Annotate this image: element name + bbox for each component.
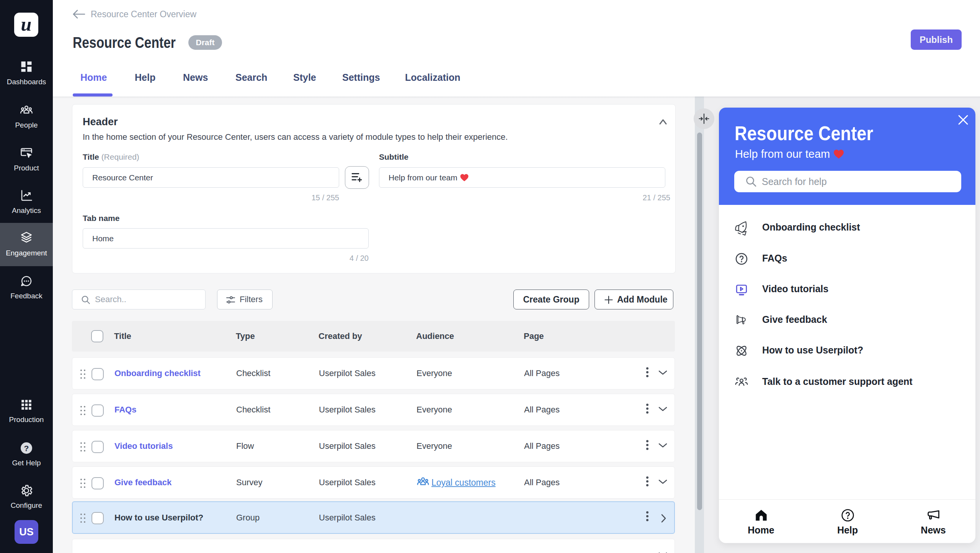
svg-text:?: ?	[24, 444, 29, 453]
